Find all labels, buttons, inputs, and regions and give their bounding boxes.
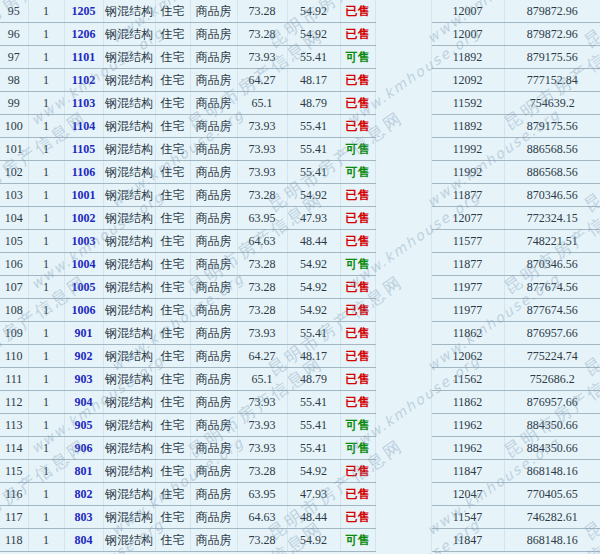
cell-total-price: 752686.2 — [504, 368, 600, 391]
room-number-link[interactable]: 801 — [75, 464, 93, 478]
cell-inner-area: 55.41 — [287, 138, 340, 161]
cell-unit-number: 1 — [28, 391, 64, 414]
room-number-link[interactable]: 1005 — [72, 280, 96, 294]
cell-usage: 住宅 — [155, 437, 190, 460]
cell-room-number: 902 — [64, 345, 103, 368]
cell-sale-status: 可售 — [340, 437, 375, 460]
cell-housing-type: 商品房 — [190, 299, 237, 322]
room-number-link[interactable]: 1104 — [72, 119, 95, 133]
room-number-link[interactable]: 1102 — [72, 73, 95, 87]
cell-building-area: 73.93 — [237, 322, 287, 345]
cell-spacer — [375, 69, 431, 92]
cell-building-area: 73.28 — [237, 253, 287, 276]
cell-spacer — [375, 253, 431, 276]
cell-unit-price: 11577 — [431, 230, 504, 253]
cell-unit-number: 1 — [28, 506, 64, 529]
cell-usage: 住宅 — [155, 161, 190, 184]
table-row: 1101902钢混结构住宅商品房64.2748.17已售12062775224.… — [0, 345, 600, 368]
room-number-link[interactable]: 1006 — [72, 303, 96, 317]
room-number-link[interactable]: 1003 — [72, 234, 96, 248]
room-number-link[interactable]: 803 — [75, 510, 93, 524]
room-number-link[interactable]: 1105 — [72, 142, 95, 156]
cell-building-area: 73.28 — [237, 23, 287, 46]
cell-spacer — [375, 391, 431, 414]
cell-unit-number: 1 — [28, 322, 64, 345]
cell-room-number: 1205 — [64, 0, 103, 23]
table-row: 10711005钢混结构住宅商品房73.2854.92已售11977877674… — [0, 276, 600, 299]
cell-unit-price: 11892 — [431, 115, 504, 138]
cell-spacer — [375, 92, 431, 115]
cell-total-price: 884350.66 — [504, 414, 600, 437]
cell-usage: 住宅 — [155, 345, 190, 368]
cell-total-price: 868148.16 — [504, 529, 600, 552]
room-number-link[interactable]: 905 — [75, 418, 93, 432]
room-number-link[interactable]: 901 — [75, 326, 93, 340]
cell-spacer — [375, 23, 431, 46]
cell-sale-status: 已售 — [340, 460, 375, 483]
cell-unit-price: 11992 — [431, 161, 504, 184]
room-number-link[interactable]: 1205 — [72, 4, 96, 18]
cell-unit-number: 1 — [28, 414, 64, 437]
cell-inner-area: 54.92 — [287, 299, 340, 322]
housing-listing-table: 9511205钢混结构住宅商品房73.2854.92已售12007879872.… — [0, 0, 600, 552]
cell-spacer — [375, 276, 431, 299]
room-number-link[interactable]: 1103 — [72, 96, 95, 110]
cell-row-index: 103 — [0, 184, 28, 207]
cell-unit-number: 1 — [28, 138, 64, 161]
cell-room-number: 906 — [64, 437, 103, 460]
cell-sale-status: 已售 — [340, 230, 375, 253]
room-number-link[interactable]: 903 — [75, 372, 93, 386]
cell-sale-status: 已售 — [340, 506, 375, 529]
room-number-link[interactable]: 906 — [75, 441, 93, 455]
cell-usage: 住宅 — [155, 460, 190, 483]
room-number-link[interactable]: 904 — [75, 395, 93, 409]
cell-unit-price: 11962 — [431, 437, 504, 460]
room-number-link[interactable]: 902 — [75, 349, 93, 363]
cell-structure: 钢混结构 — [103, 184, 155, 207]
cell-usage: 住宅 — [155, 115, 190, 138]
cell-total-price: 870346.56 — [504, 253, 600, 276]
cell-spacer — [375, 437, 431, 460]
cell-inner-area: 54.92 — [287, 529, 340, 552]
room-number-link[interactable]: 802 — [75, 487, 93, 501]
table-viewport: 9511205钢混结构住宅商品房73.2854.92已售12007879872.… — [0, 0, 600, 554]
cell-total-price: 876957.66 — [504, 391, 600, 414]
cell-unit-price: 11962 — [431, 414, 504, 437]
cell-total-price: 879872.96 — [504, 23, 600, 46]
cell-housing-type: 商品房 — [190, 368, 237, 391]
cell-spacer — [375, 115, 431, 138]
cell-building-area: 65.1 — [237, 368, 287, 391]
cell-housing-type: 商品房 — [190, 115, 237, 138]
cell-building-area: 73.28 — [237, 276, 287, 299]
cell-unit-price: 11562 — [431, 368, 504, 391]
room-number-link[interactable]: 1206 — [72, 27, 96, 41]
cell-housing-type: 商品房 — [190, 161, 237, 184]
cell-row-index: 95 — [0, 0, 28, 23]
cell-row-index: 99 — [0, 92, 28, 115]
cell-spacer — [375, 483, 431, 506]
room-number-link[interactable]: 1004 — [72, 257, 96, 271]
cell-inner-area: 48.79 — [287, 92, 340, 115]
cell-row-index: 96 — [0, 23, 28, 46]
cell-inner-area: 48.44 — [287, 506, 340, 529]
cell-inner-area: 48.17 — [287, 69, 340, 92]
cell-structure: 钢混结构 — [103, 276, 155, 299]
room-number-link[interactable]: 1001 — [72, 188, 96, 202]
cell-spacer — [375, 506, 431, 529]
table-row: 10311001钢混结构住宅商品房73.2854.92已售11877870346… — [0, 184, 600, 207]
cell-housing-type: 商品房 — [190, 437, 237, 460]
cell-row-index: 98 — [0, 69, 28, 92]
room-number-link[interactable]: 804 — [75, 533, 93, 547]
room-number-link[interactable]: 1002 — [72, 211, 96, 225]
cell-spacer — [375, 161, 431, 184]
room-number-link[interactable]: 1101 — [72, 50, 95, 64]
room-number-link[interactable]: 1106 — [72, 165, 95, 179]
cell-row-index: 116 — [0, 483, 28, 506]
cell-housing-type: 商品房 — [190, 460, 237, 483]
cell-building-area: 65.1 — [237, 92, 287, 115]
cell-unit-price: 12092 — [431, 69, 504, 92]
cell-housing-type: 商品房 — [190, 92, 237, 115]
cell-total-price: 772324.15 — [504, 207, 600, 230]
cell-housing-type: 商品房 — [190, 253, 237, 276]
cell-inner-area: 48.17 — [287, 345, 340, 368]
